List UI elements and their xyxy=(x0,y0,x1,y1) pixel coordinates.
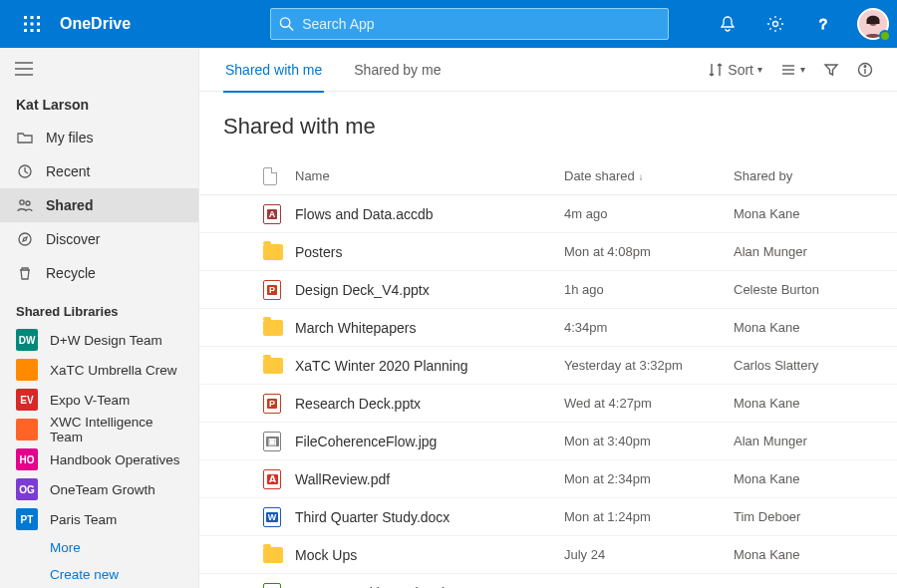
row-name[interactable]: Research Deck.pptx xyxy=(295,396,564,412)
row-name[interactable]: Mock Ups xyxy=(295,547,564,563)
row-sharedby: Alan Munger xyxy=(734,244,873,259)
sort-icon xyxy=(708,62,724,78)
library-xwc-intelligence-team[interactable]: XWC Intelligence Team xyxy=(0,415,198,444)
name-column-header[interactable]: Name xyxy=(295,168,564,183)
row-name[interactable]: WallReview.pdf xyxy=(295,471,564,487)
sidebar-nav-shared[interactable]: Shared xyxy=(0,188,198,222)
sidebar-user-name: Kat Larson xyxy=(0,93,198,121)
svg-text:?: ? xyxy=(819,16,827,32)
search-box[interactable] xyxy=(270,8,669,40)
sidebar-more-link[interactable]: More xyxy=(0,534,198,561)
page-title: Shared with me xyxy=(199,92,897,157)
svg-rect-5 xyxy=(37,23,40,26)
search-input[interactable] xyxy=(302,16,660,32)
row-name[interactable]: Posters xyxy=(295,244,564,260)
row-sharedby: Carlos Slattery xyxy=(734,358,873,373)
library-tile-icon: PT xyxy=(16,508,38,530)
hamburger-icon xyxy=(15,62,33,76)
row-sharedby: Tim Deboer xyxy=(734,509,873,524)
row-sharedby: Mona Kane xyxy=(734,396,873,411)
row-date: Mon at 1:24pm xyxy=(564,509,734,524)
row-filetype: ▣ xyxy=(263,432,295,451)
library-oneteam-growth[interactable]: OGOneTeam Growth xyxy=(0,474,198,504)
collapse-nav-button[interactable] xyxy=(4,52,44,85)
nav-label: Discover xyxy=(46,231,100,247)
library-tile-icon: EV xyxy=(16,389,38,411)
shared-icon xyxy=(16,196,34,214)
tab-shared-with-me[interactable]: Shared with me xyxy=(223,48,324,92)
notifications-button[interactable] xyxy=(706,0,749,48)
gear-icon xyxy=(766,15,784,33)
row-filetype: P xyxy=(263,394,295,414)
app-topbar: OneDrive ? xyxy=(0,0,897,48)
row-sharedby: Mona Kane xyxy=(734,547,873,562)
sidebar-nav-recent[interactable]: Recent xyxy=(0,154,198,188)
app-name[interactable]: OneDrive xyxy=(60,15,131,33)
view-options-button[interactable]: ▾ xyxy=(780,62,805,78)
row-name[interactable]: XaTC Winter 2020 Planning xyxy=(295,358,564,374)
file-row[interactable]: ▣FileCoherenceFlow.jpgMon at 3:40pmAlan … xyxy=(199,423,897,460)
sort-button[interactable]: Sort ▾ xyxy=(708,62,762,78)
library-label: Handbook Operatives xyxy=(50,452,180,467)
sharedby-column-header[interactable]: Shared by xyxy=(734,168,873,183)
folder-icon xyxy=(263,244,283,260)
word-file-icon: W xyxy=(263,507,281,527)
sidebar-nav-my-files[interactable]: My files xyxy=(0,121,198,154)
row-sharedby: Alan Munger xyxy=(734,434,873,448)
row-date: 1h ago xyxy=(564,282,734,297)
file-row[interactable]: PResearch Deck.pptxWed at 4:27pmMona Kan… xyxy=(199,385,897,423)
file-row[interactable]: PDesign Deck_V4.pptx1h agoCeleste Burton xyxy=(199,271,897,309)
row-sharedby: Mona Kane xyxy=(734,320,873,335)
library-expo-v-team[interactable]: EVExpo V-Team xyxy=(0,385,198,415)
file-row[interactable]: 𝗔WallReview.pdfMon at 2:34pmMona Kane xyxy=(199,460,897,498)
pdf-file-icon: 𝗔 xyxy=(263,469,281,489)
row-date: Mon at 3:40pm xyxy=(564,434,734,448)
row-name[interactable]: FileCoherenceFlow.jpg xyxy=(295,434,564,449)
library-tile-icon xyxy=(16,359,38,381)
svg-point-11 xyxy=(773,22,778,27)
sidebar-nav-discover[interactable]: Discover xyxy=(0,222,198,256)
settings-button[interactable] xyxy=(753,0,797,48)
row-date: Wed at 4:27pm xyxy=(564,396,734,411)
library-tile-icon: HO xyxy=(16,448,38,470)
file-row[interactable]: WThird Quarter Study.docxMon at 1:24pmTi… xyxy=(199,498,897,536)
file-row[interactable]: XaTC Winter 2020 PlanningYesterday at 3:… xyxy=(199,347,897,385)
row-name[interactable]: UeoD Transition Animation.mov xyxy=(295,585,564,589)
row-date: Mon at 4:08pm xyxy=(564,244,734,259)
tab-shared-by-me[interactable]: Shared by me xyxy=(352,48,443,92)
row-name[interactable]: Flows and Data.accdb xyxy=(295,206,564,222)
file-row[interactable]: ▶UeoD Transition Animation.movJuly 23Cel… xyxy=(199,574,897,588)
row-name[interactable]: March Whitepapers xyxy=(295,320,564,336)
filter-button[interactable] xyxy=(823,62,839,78)
help-button[interactable]: ? xyxy=(801,0,845,48)
file-list-header: Name Date shared ↓ Shared by xyxy=(199,157,897,195)
sort-desc-icon: ↓ xyxy=(638,171,643,182)
library-tile-icon xyxy=(16,419,38,441)
nav-label: Recycle xyxy=(46,265,96,281)
svg-rect-0 xyxy=(24,16,27,19)
app-launcher-icon[interactable] xyxy=(8,0,56,48)
row-filetype xyxy=(263,320,295,336)
library-label: XaTC Umbrella Crew xyxy=(50,363,177,378)
library-handbook-operatives[interactable]: HOHandbook Operatives xyxy=(0,444,198,474)
info-button[interactable] xyxy=(857,62,873,78)
library-d-w-design-team[interactable]: DWD+W Design Team xyxy=(0,325,198,355)
file-row[interactable]: Mock UpsJuly 24Mona Kane xyxy=(199,536,897,574)
filetype-column-header[interactable] xyxy=(263,167,295,185)
library-xatc-umbrella-crew[interactable]: XaTC Umbrella Crew xyxy=(0,355,198,385)
nav-label: My files xyxy=(46,130,93,146)
sidebar-nav-recycle[interactable]: Recycle xyxy=(0,256,198,290)
svg-rect-1 xyxy=(31,16,34,19)
file-row[interactable]: PostersMon at 4:08pmAlan Munger xyxy=(199,233,897,271)
file-row[interactable]: March Whitepapers4:34pmMona Kane xyxy=(199,309,897,347)
main-pane: Shared with meShared by me Sort ▾ ▾ xyxy=(199,48,897,588)
date-column-header[interactable]: Date shared ↓ xyxy=(564,168,734,183)
row-name[interactable]: Third Quarter Study.docx xyxy=(295,509,564,525)
help-icon: ? xyxy=(814,15,832,33)
library-paris-team[interactable]: PTParis Team xyxy=(0,504,198,534)
svg-line-10 xyxy=(289,26,293,30)
topbar-right: ? xyxy=(706,0,889,48)
row-name[interactable]: Design Deck_V4.pptx xyxy=(295,282,564,298)
sidebar-create-link[interactable]: Create new xyxy=(0,561,198,588)
file-row[interactable]: AFlows and Data.accdb4m agoMona Kane xyxy=(199,195,897,233)
